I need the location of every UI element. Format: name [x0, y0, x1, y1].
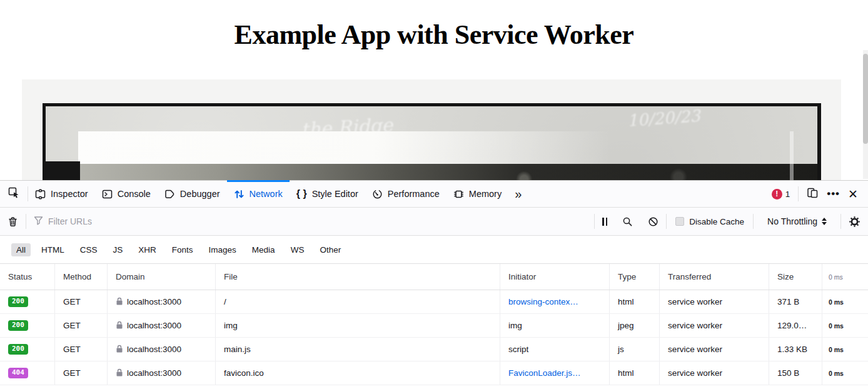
- throttling-dropdown[interactable]: No Throttling: [754, 216, 840, 226]
- request-table-header: Status Method Domain File Initiator Type…: [0, 264, 868, 290]
- block-requests-button[interactable]: [640, 208, 666, 235]
- style-editor-icon: { }: [296, 188, 307, 200]
- request-row[interactable]: 200 GET localhost:3000 main.js script js…: [0, 338, 868, 361]
- column-header-size[interactable]: Size: [769, 264, 822, 290]
- filter-media[interactable]: Media: [247, 243, 280, 256]
- photo-right-strip: [790, 131, 794, 180]
- filter-js[interactable]: JS: [108, 243, 128, 256]
- filter-urls-input[interactable]: [48, 216, 594, 226]
- disable-cache-checkbox[interactable]: [675, 217, 684, 226]
- domain-cell: localhost:3000: [127, 368, 181, 378]
- performance-icon: [372, 189, 383, 200]
- type-cell: html: [610, 361, 660, 385]
- initiator-link[interactable]: FaviconLoader.js…: [500, 361, 610, 385]
- tab-memory[interactable]: Memory: [447, 181, 508, 207]
- size-cell: 371 B: [769, 290, 822, 313]
- request-row[interactable]: 200 GET localhost:3000 / browsing-contex…: [0, 290, 868, 314]
- method-cell: GET: [55, 361, 108, 385]
- initiator-link[interactable]: browsing-contex…: [500, 290, 610, 313]
- error-count: 1: [785, 189, 790, 199]
- size-cell: 1.33 KB: [769, 338, 822, 361]
- column-header-initiator[interactable]: Initiator: [500, 264, 610, 290]
- photo-white-strip: [78, 131, 817, 168]
- clear-requests-button[interactable]: [0, 208, 26, 235]
- photo-content: the Ridge 10/20/23: [43, 103, 821, 180]
- request-row[interactable]: 200 GET localhost:3000 img img jpeg serv…: [0, 314, 868, 338]
- filter-css[interactable]: CSS: [75, 243, 103, 256]
- page-scrollbar[interactable]: [863, 50, 868, 179]
- timing-cell: 0 ms: [822, 361, 868, 385]
- disable-cache-label: Disable Cache: [689, 217, 744, 226]
- network-settings-button[interactable]: [841, 208, 868, 235]
- lock-icon: [116, 368, 123, 378]
- column-header-transferred[interactable]: Transferred: [660, 264, 769, 290]
- pause-icon: [602, 218, 607, 226]
- memory-icon: [453, 189, 464, 200]
- tab-label: Debugger: [180, 189, 220, 199]
- domain-cell: localhost:3000: [127, 321, 181, 330]
- service-worker-demo-image: the Ridge 10/20/23: [22, 79, 841, 180]
- status-badge: 200: [8, 344, 28, 354]
- column-header-method[interactable]: Method: [55, 264, 108, 290]
- filter-xhr[interactable]: XHR: [133, 243, 161, 256]
- error-count-button[interactable]: ! 1: [772, 189, 790, 200]
- filter-fonts[interactable]: Fonts: [167, 243, 198, 256]
- request-type-filters: All HTML CSS JS XHR Fonts Images Media W…: [0, 236, 868, 264]
- tabbar-right-controls: ! 1 ••• ✕: [772, 186, 868, 201]
- updown-arrows-icon: [822, 218, 827, 225]
- filter-images[interactable]: Images: [204, 243, 241, 256]
- search-requests-button[interactable]: [615, 208, 640, 235]
- disable-cache-control[interactable]: Disable Cache: [667, 217, 753, 226]
- column-header-timeline[interactable]: 0 ms: [822, 264, 868, 290]
- method-cell: GET: [55, 290, 108, 313]
- close-devtools-button[interactable]: ✕: [848, 187, 858, 201]
- file-cell: favicon.ico: [216, 361, 500, 385]
- page-scrollbar-thumb[interactable]: [863, 54, 868, 144]
- filter-html[interactable]: HTML: [36, 243, 69, 256]
- pick-element-button[interactable]: [0, 181, 28, 207]
- tab-label: Inspector: [51, 189, 88, 199]
- tab-console[interactable]: Console: [95, 181, 158, 207]
- tab-overflow-button[interactable]: »: [508, 187, 528, 201]
- filter-all[interactable]: All: [11, 243, 31, 256]
- error-icon: !: [772, 189, 782, 200]
- initiator-cell: script: [500, 338, 610, 361]
- tab-debugger[interactable]: Debugger: [158, 181, 227, 207]
- status-badge: 404: [8, 368, 28, 378]
- method-cell: GET: [55, 314, 108, 337]
- column-header-status[interactable]: Status: [0, 264, 55, 290]
- console-icon: [102, 189, 113, 200]
- filter-urls-box: [26, 216, 594, 227]
- devtools-menu-button[interactable]: •••: [827, 188, 840, 200]
- network-toolbar: Disable Cache No Throttling: [0, 208, 868, 236]
- timing-cell: 0 ms: [822, 290, 868, 313]
- initiator-cell: img: [500, 314, 610, 337]
- tab-performance[interactable]: Performance: [365, 181, 447, 207]
- size-cell: 129.0…: [769, 314, 822, 337]
- transferred-cell: service worker: [660, 338, 769, 361]
- column-header-domain[interactable]: Domain: [108, 264, 216, 290]
- lock-icon: [116, 345, 123, 355]
- filter-other[interactable]: Other: [315, 243, 346, 256]
- tabbar-separator: [798, 186, 799, 201]
- file-cell: /: [216, 290, 500, 313]
- tab-inspector[interactable]: Inspector: [28, 181, 95, 207]
- column-header-file[interactable]: File: [216, 264, 500, 290]
- type-cell: html: [610, 290, 660, 313]
- tab-style-editor[interactable]: { } Style Editor: [290, 181, 365, 207]
- photo-corner-block: [46, 161, 80, 180]
- devtools-panel: Inspector Console Debugger: [0, 180, 868, 389]
- tab-network[interactable]: Network: [227, 181, 290, 207]
- type-cell: jpeg: [610, 314, 660, 337]
- domain-cell: localhost:3000: [127, 345, 181, 354]
- timing-cell: 0 ms: [822, 314, 868, 337]
- page-title: Example App with Service Worker: [0, 19, 868, 51]
- request-row[interactable]: 404 GET localhost:3000 favicon.ico Favic…: [0, 361, 868, 385]
- funnel-icon: [34, 216, 43, 227]
- status-badge: 200: [8, 296, 28, 306]
- responsive-design-mode-button[interactable]: [807, 187, 819, 201]
- file-cell: main.js: [216, 338, 500, 361]
- filter-ws[interactable]: WS: [286, 243, 310, 256]
- column-header-type[interactable]: Type: [610, 264, 660, 290]
- pause-traffic-button[interactable]: [595, 208, 615, 235]
